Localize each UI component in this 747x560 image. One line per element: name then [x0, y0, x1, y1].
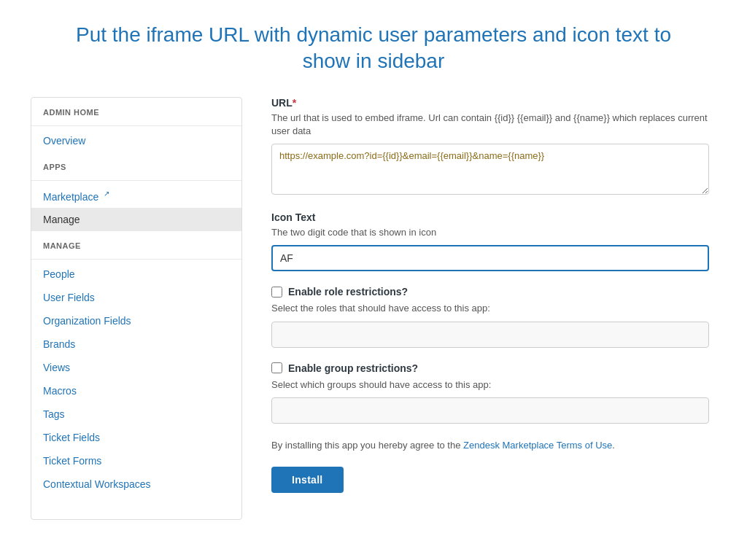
icon-text-field-group: Icon Text The two digit code that is sho… — [271, 211, 709, 271]
marketplace-label: Marketplace — [43, 190, 98, 202]
sidebar-item-overview[interactable]: Overview — [31, 129, 241, 152]
sidebar-item-macros[interactable]: Macros — [31, 379, 241, 402]
role-select[interactable] — [271, 322, 709, 348]
sidebar-item-user-fields[interactable]: User Fields — [31, 286, 241, 309]
url-description: The url that is used to embed iframe. Ur… — [271, 112, 709, 138]
main-content: URL* The url that is used to embed ifram… — [264, 97, 716, 520]
sidebar-item-manage[interactable]: Manage — [31, 208, 241, 231]
sidebar-divider-1 — [31, 125, 241, 126]
group-restrictions-label[interactable]: Enable group restrictions? — [288, 362, 418, 374]
sidebar-item-contextual-workspaces[interactable]: Contextual Workspaces — [31, 472, 241, 496]
group-select[interactable] — [271, 397, 709, 424]
group-restrictions-group: Enable group restrictions? Select which … — [271, 362, 709, 424]
sidebar-item-views[interactable]: Views — [31, 356, 241, 379]
icon-text-description: The two digit code that is shown in icon — [271, 226, 709, 239]
icon-text-input[interactable] — [271, 245, 709, 271]
sidebar-item-marketplace[interactable]: Marketplace ↗ — [31, 184, 241, 209]
sidebar: ADMIN HOME Overview APPS Marketplace ↗ M… — [31, 97, 242, 520]
sidebar-divider-3 — [31, 259, 241, 260]
group-description: Select which groups should have access t… — [271, 378, 709, 392]
terms-text: By installing this app you hereby agree … — [271, 438, 709, 453]
sidebar-item-ticket-forms[interactable]: Ticket Forms — [31, 449, 241, 472]
sidebar-item-ticket-fields[interactable]: Ticket Fields — [31, 426, 241, 449]
sidebar-section-manage: MANAGE — [31, 231, 241, 256]
role-restrictions-checkbox[interactable] — [271, 287, 282, 298]
page-title: Put the iframe URL with dynamic user par… — [0, 0, 747, 97]
install-button[interactable]: Install — [271, 467, 344, 493]
url-input[interactable] — [271, 144, 709, 195]
url-label: URL* — [271, 97, 709, 109]
sidebar-item-people[interactable]: People — [31, 262, 241, 286]
sidebar-section-admin-home: ADMIN HOME — [31, 98, 241, 122]
url-field-group: URL* The url that is used to embed ifram… — [271, 97, 709, 197]
sidebar-item-tags[interactable]: Tags — [31, 402, 241, 426]
external-link-icon: ↗ — [104, 190, 109, 198]
icon-text-label: Icon Text — [271, 211, 709, 223]
sidebar-section-apps: APPS — [31, 152, 241, 177]
terms-link[interactable]: Zendesk Marketplace Terms of Use — [463, 440, 612, 451]
group-restrictions-checkbox[interactable] — [271, 362, 282, 373]
role-restrictions-label[interactable]: Enable role restrictions? — [288, 286, 408, 298]
role-restrictions-group: Enable role restrictions? Select the rol… — [271, 286, 709, 347]
role-description: Select the roles that should have access… — [271, 302, 709, 315]
sidebar-item-organization-fields[interactable]: Organization Fields — [31, 309, 241, 332]
sidebar-divider-2 — [31, 180, 241, 181]
sidebar-item-brands[interactable]: Brands — [31, 332, 241, 356]
